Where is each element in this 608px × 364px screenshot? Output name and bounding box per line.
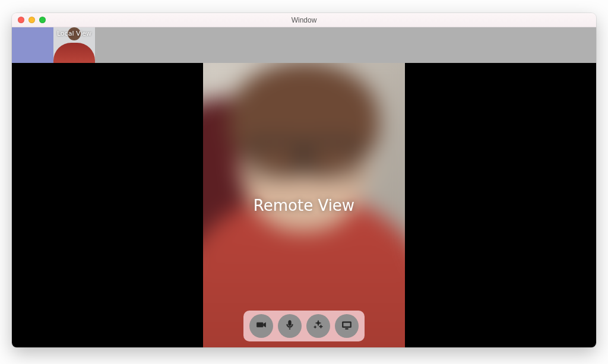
share-screen-icon — [341, 319, 352, 333]
microphone-icon — [284, 319, 295, 333]
participant-tile-local[interactable]: Local View — [53, 27, 95, 63]
microphone-button[interactable] — [278, 314, 302, 338]
window-title: Window — [12, 16, 596, 24]
minimize-window-button[interactable] — [28, 17, 35, 23]
participant-tile-placeholder[interactable] — [12, 27, 53, 63]
local-view-label: Local View — [53, 30, 95, 37]
call-controls-tray — [243, 311, 365, 341]
zoom-window-button[interactable] — [39, 17, 46, 23]
camera-button[interactable] — [249, 314, 273, 338]
share-screen-button[interactable] — [335, 314, 359, 338]
video-area: Remote View — [12, 63, 596, 347]
window-controls — [12, 17, 46, 23]
remote-video-feed[interactable]: Remote View — [203, 63, 405, 347]
effects-button[interactable] — [306, 314, 330, 338]
effects-icon — [313, 319, 324, 333]
close-window-button[interactable] — [18, 17, 24, 23]
app-window: Window Local View — [12, 13, 596, 347]
camera-icon — [256, 319, 267, 333]
title-bar[interactable]: Window — [12, 13, 596, 27]
participants-strip: Local View — [12, 27, 596, 63]
